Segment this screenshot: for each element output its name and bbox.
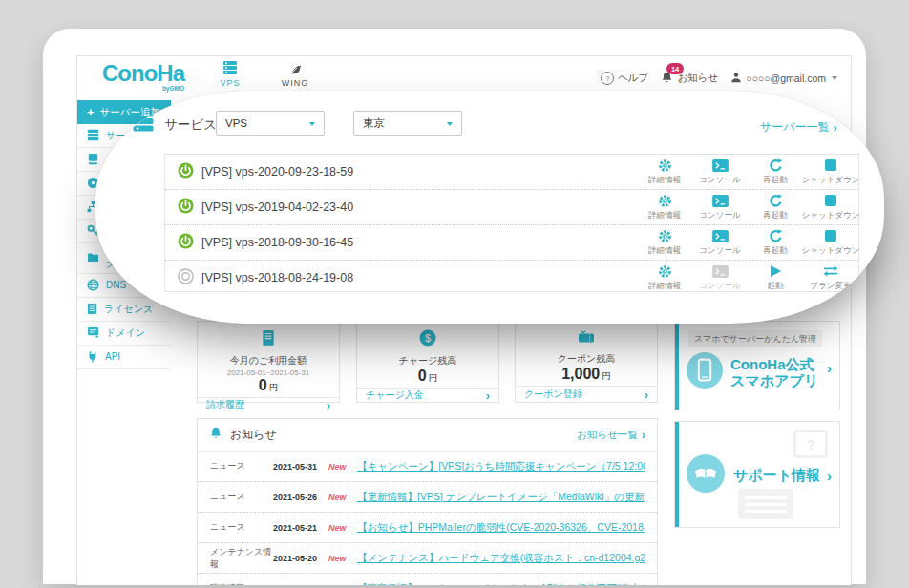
coupon-register-link[interactable]: クーポン登録› bbox=[516, 386, 657, 402]
smartphone-app-banner[interactable]: スマホでサーバーかんたん管理 ConoHa公式 スマホアプリ › bbox=[674, 321, 840, 410]
chevron-right-icon: › bbox=[642, 429, 645, 441]
action-label: コンソール bbox=[699, 245, 740, 257]
server-row[interactable]: [VPS] vps-2019-04-02-23-40 詳細情報 コンソール 再起… bbox=[165, 190, 858, 225]
card-link-label: チャージ入金 bbox=[366, 388, 424, 402]
console-button[interactable]: コンソール bbox=[692, 190, 748, 224]
power-on-icon bbox=[178, 162, 194, 182]
region-select[interactable]: 東京 bbox=[353, 111, 462, 136]
domain-icon bbox=[87, 326, 99, 340]
server-row[interactable]: [VPS] vps-2018-09-30-16-45 詳細情報 コンソール 再起… bbox=[165, 225, 858, 261]
support-banner-title: サポート情報 bbox=[733, 467, 820, 483]
new-badge: New bbox=[328, 523, 357, 533]
news-date: 2021-05-21 bbox=[273, 523, 328, 533]
sidebar-item-label: API bbox=[105, 351, 164, 363]
shutdown-icon bbox=[825, 194, 836, 208]
news-row: ニュース 2021-05-26 New 【更新情報】[VPS] テンプレートイメ… bbox=[198, 482, 657, 513]
action-label: コンソール bbox=[699, 281, 740, 292]
shutdown-button[interactable]: シャットダウン bbox=[803, 225, 858, 260]
play-icon bbox=[769, 264, 782, 279]
amount-value: 1,000 bbox=[561, 366, 600, 382]
tab-wing[interactable]: WING bbox=[266, 60, 324, 88]
news-panel: お知らせ お知らせ一覧 › ニュース 2021-05-31 New 【キャンペー… bbox=[197, 418, 658, 585]
server-stack-icon bbox=[222, 60, 238, 75]
news-category: ニュース bbox=[210, 521, 273, 534]
support-banner-row: サポート情報 bbox=[687, 454, 820, 496]
tab-vps[interactable]: VPS bbox=[201, 60, 259, 88]
account-menu[interactable]: ○○○○@gmail.com bbox=[730, 72, 837, 85]
gear-icon bbox=[658, 264, 672, 279]
server-row[interactable]: [VPS] vps-2020-09-23-18-59 詳細情報 コンソール 再起… bbox=[165, 155, 858, 190]
console-icon bbox=[712, 158, 729, 173]
gear-icon bbox=[658, 194, 672, 208]
magnifier-bubble: サービス VPS 東京 サーバー一覧 › [VPS] vps-2020-09-2… bbox=[95, 91, 884, 324]
news-link[interactable]: 【キャンペーン】[VPS]おうち時間応援キャンペーン（7/5 12:00まで） bbox=[357, 460, 645, 473]
detail-info-button[interactable]: 詳細情報 bbox=[637, 190, 692, 224]
server-name: [VPS] vps-2020-09-23-18-59 bbox=[201, 165, 353, 178]
phone-icon bbox=[687, 352, 723, 392]
console-button[interactable]: コンソール bbox=[692, 155, 748, 189]
amount-value: 0 bbox=[418, 368, 427, 384]
server-name: [VPS] vps-2018-08-24-19-08 bbox=[201, 271, 353, 284]
detail-info-button[interactable]: 詳細情報 bbox=[637, 155, 692, 189]
new-badge: New bbox=[328, 584, 357, 586]
news-date: 2021-05-20 bbox=[273, 554, 328, 563]
console-button[interactable]: コンソール bbox=[692, 225, 748, 260]
server-row[interactable]: [VPS] vps-2018-08-24-19-08 詳細情報 コンソール 起動… bbox=[165, 261, 858, 295]
action-label: 再起動 bbox=[763, 245, 788, 257]
notice-count-badge: 14 bbox=[666, 63, 683, 74]
restart-button[interactable]: 再起動 bbox=[748, 225, 803, 260]
card-period: 2021-05-01~2021-05-31 bbox=[227, 368, 310, 377]
action-label: コンソール bbox=[699, 175, 740, 186]
shutdown-button[interactable]: シャットダウン bbox=[803, 190, 858, 224]
support-info-banner[interactable]: ? サポート情報 › bbox=[674, 421, 840, 528]
start-button[interactable]: 起動 bbox=[748, 261, 803, 295]
charge-deposit-link[interactable]: チャージ入金› bbox=[357, 388, 498, 402]
server-list-link[interactable]: サーバー一覧 › bbox=[760, 119, 837, 136]
news-link[interactable]: 【障害復旧】コントロールパネルおよびAPIより操作不可(東京リージョンの一部) bbox=[357, 582, 645, 586]
news-list-link[interactable]: お知らせ一覧 › bbox=[577, 429, 645, 442]
conoha-logo[interactable]: ConoHa byGMO bbox=[102, 62, 184, 93]
sidebar-item-label: ライセンス bbox=[104, 304, 163, 315]
shutdown-icon bbox=[825, 158, 836, 173]
chevron-right-icon: › bbox=[827, 468, 832, 484]
sidebar-item-domain[interactable]: ドメイン bbox=[77, 322, 171, 346]
news-row: ニュース 2021-05-21 New 【お知らせ】PHPMailerの脆弱性(… bbox=[198, 513, 657, 543]
gear-icon bbox=[658, 229, 672, 243]
svg-text:$: $ bbox=[425, 332, 431, 344]
shutdown-button[interactable]: シャットダウン bbox=[803, 155, 858, 189]
news-link[interactable]: 【更新情報】[VPS] テンプレートイメージ「MediaWiki」の更新 bbox=[357, 491, 645, 504]
app-banner-row: ConoHa公式 スマホアプリ bbox=[687, 352, 818, 392]
news-link[interactable]: 【メンテナンス】ハードウェア交換(収容ホスト：cn-d12004.g2.tyo2… bbox=[357, 552, 645, 565]
restart-button[interactable]: 再起動 bbox=[748, 155, 803, 189]
detail-info-button[interactable]: 詳細情報 bbox=[637, 261, 692, 295]
detail-info-button[interactable]: 詳細情報 bbox=[637, 225, 692, 260]
billing-history-link[interactable]: 請求履歴› bbox=[198, 397, 339, 411]
restart-button[interactable]: 再起動 bbox=[748, 190, 803, 224]
action-label: シャットダウン bbox=[802, 245, 860, 257]
notice-menu[interactable]: 14 お知らせ bbox=[661, 71, 718, 86]
news-list-link-label: お知らせ一覧 bbox=[577, 429, 638, 442]
help-menu[interactable]: ? ヘルプ bbox=[601, 72, 648, 85]
card-title: チャージ残高 bbox=[399, 354, 457, 368]
server-list: [VPS] vps-2020-09-23-18-59 詳細情報 コンソール 再起… bbox=[164, 154, 859, 292]
action-label: シャットダウン bbox=[802, 175, 860, 186]
app-title-line1: ConoHa公式 bbox=[730, 356, 814, 372]
news-row: 障害情報 2021-05-10 New 【障害復旧】コントロールパネルおよびAP… bbox=[198, 574, 657, 585]
server-list-link-label: サーバー一覧 bbox=[760, 119, 830, 136]
billing-card-coupon: クーポン残高 1,000円 クーポン登録› bbox=[515, 321, 658, 403]
notice-label: お知らせ bbox=[677, 72, 718, 85]
shutdown-icon bbox=[825, 229, 836, 243]
sidebar-item-api[interactable]: API bbox=[77, 346, 171, 369]
news-link[interactable]: 【お知らせ】PHPMailerの脆弱性(CVE-2020-36326、CVE-2… bbox=[357, 521, 645, 535]
help-icon: ? bbox=[601, 72, 614, 85]
card-title: 今月のご利用金額 bbox=[230, 354, 307, 368]
chevron-down-icon bbox=[309, 122, 315, 126]
card-amount: 0円 bbox=[259, 377, 278, 394]
power-off-icon bbox=[178, 268, 194, 288]
chevron-right-icon: › bbox=[327, 399, 330, 411]
news-date: 2021-05-26 bbox=[273, 493, 328, 502]
amount-value: 0 bbox=[259, 377, 267, 393]
action-label: 詳細情報 bbox=[648, 210, 681, 221]
action-label: シャットダウン bbox=[802, 210, 860, 221]
service-select[interactable]: VPS bbox=[216, 111, 325, 136]
